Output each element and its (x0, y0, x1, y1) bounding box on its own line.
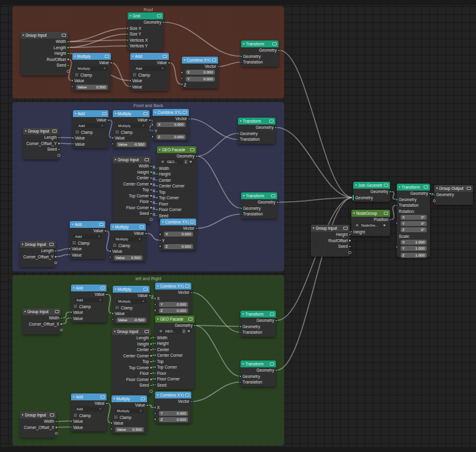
socket-output-value[interactable] (105, 293, 108, 296)
collapse-arrow-icon[interactable]: ▾ (355, 182, 357, 189)
node-tr_fb2[interactable]: ▾TransformGeometryGeometryTranslation (241, 192, 277, 219)
collapse-arrow-icon[interactable]: ▾ (22, 32, 24, 39)
socket-input-x[interactable] (154, 297, 157, 300)
socket-output-value[interactable] (148, 294, 151, 298)
socket-output-seed[interactable] (57, 148, 60, 151)
virtual-socket[interactable] (348, 251, 351, 254)
header-collapse-icon[interactable] (105, 55, 109, 59)
socket-output-corner-offset-y[interactable] (57, 142, 60, 145)
value-field[interactable]: Value0.500 (115, 427, 144, 432)
socket-output-geometry[interactable] (429, 192, 432, 195)
socket-input-x[interactable] (154, 406, 157, 409)
header-collapse-icon[interactable] (157, 14, 161, 18)
node-header[interactable]: ▾Group Input (112, 328, 151, 335)
socket-output-height[interactable] (67, 52, 70, 55)
socket-output-corner-offset-x[interactable] (60, 323, 63, 326)
node-gi_right[interactable]: ▾Group InputHeightRoofOffsetSeed (311, 225, 350, 257)
node-tr_lr1[interactable]: ▾TransformGeometryGeometryTranslation (240, 311, 276, 337)
node-header[interactable]: ▾Transform (238, 118, 275, 125)
node-gi_lr_top[interactable]: ▾Group InputWidthCorner_Offset_X (22, 308, 61, 334)
socket-input-y[interactable] (159, 239, 162, 242)
socket-input-value[interactable] (72, 136, 75, 139)
clamp-checkbox[interactable] (132, 72, 137, 77)
socket-output-center-corner[interactable] (150, 354, 153, 357)
node-header[interactable]: ▾Combine XYZ (182, 57, 218, 64)
header-collapse-icon[interactable] (272, 42, 277, 46)
collapse-arrow-icon[interactable]: ▾ (25, 128, 27, 134)
socket-input-y[interactable] (396, 222, 399, 225)
socket-output-height[interactable] (150, 171, 153, 174)
socket-input-value[interactable] (69, 253, 72, 257)
header-collapse-icon[interactable] (163, 55, 167, 59)
collapse-arrow-icon[interactable]: ▾ (22, 412, 24, 418)
socket-output-value[interactable] (107, 119, 110, 122)
socket-output-top[interactable] (150, 189, 153, 192)
collapse-arrow-icon[interactable]: ▾ (115, 110, 117, 117)
socket-input-geometry[interactable] (352, 194, 355, 201)
collapse-arrow-icon[interactable]: ▾ (162, 219, 164, 225)
value-field[interactable]: Z0° (401, 227, 427, 232)
virtual-socket[interactable] (57, 154, 60, 157)
node-header[interactable]: ▾Group Output (434, 185, 473, 192)
value-field[interactable]: Z0.000 (159, 417, 188, 422)
nodegroup-selector[interactable]: ▤NodeGro...◉ (355, 223, 387, 228)
nodegroup-name[interactable]: GEO... (164, 329, 181, 334)
value-field[interactable]: Z0.000 (164, 244, 193, 249)
node-mult_lr_bot[interactable]: ▾MultiplyValueMultiply∨ClampValueValue0.… (112, 395, 147, 433)
header-collapse-icon[interactable] (62, 34, 66, 37)
socket-output-position[interactable] (389, 219, 392, 222)
node-header[interactable]: ▾Add (71, 393, 107, 400)
virtual-socket[interactable] (60, 329, 63, 332)
socket-input-translation[interactable] (239, 381, 242, 384)
socket-input-value[interactable] (70, 311, 73, 314)
collapse-arrow-icon[interactable]: ▾ (74, 53, 76, 60)
socket-input-value[interactable] (112, 136, 115, 139)
fake-user-icon[interactable]: ◉ (187, 329, 191, 334)
collapse-arrow-icon[interactable]: ▾ (130, 12, 131, 19)
operation-select[interactable]: Multiply∨ (115, 408, 144, 413)
collapse-arrow-icon[interactable]: ▾ (157, 316, 159, 323)
value-field[interactable]: Y0.000 (186, 77, 215, 82)
socket-input-top-corner[interactable] (154, 365, 157, 369)
node-header[interactable]: ▾Group Input (22, 308, 61, 315)
socket-input-value[interactable] (109, 250, 112, 253)
fake-user-icon[interactable]: ◉ (383, 223, 387, 228)
node-header[interactable]: ▾Group Input (113, 156, 151, 163)
socket-output-value[interactable] (110, 62, 113, 65)
node-header[interactable]: ▾Add (71, 285, 107, 291)
socket-input-seed[interactable] (156, 214, 159, 217)
socket-input-geometry[interactable] (239, 325, 242, 328)
socket-input-geometry[interactable] (396, 198, 399, 201)
socket-output-value[interactable] (105, 402, 108, 405)
header-collapse-icon[interactable] (145, 330, 149, 334)
socket-input-vertices-y[interactable] (126, 45, 130, 48)
node-add_roof[interactable]: ▾AddValueAdd∨ClampValueValue (130, 53, 169, 91)
socket-output-geometry[interactable] (193, 324, 196, 327)
node-header[interactable]: ▾Transform (241, 192, 277, 199)
socket-input-translation[interactable] (237, 138, 240, 141)
collapse-arrow-icon[interactable]: ▾ (353, 210, 355, 217)
value-field[interactable]: X0.000 (186, 70, 215, 75)
fake-user-icon[interactable]: ◉ (189, 159, 193, 164)
socket-output-center-corner[interactable] (150, 182, 153, 186)
socket-input-geometry[interactable] (237, 132, 240, 135)
socket-output-vector[interactable] (190, 400, 193, 403)
header-collapse-icon[interactable] (185, 393, 189, 397)
socket-output-floor-corner[interactable] (150, 378, 153, 381)
collapse-arrow-icon[interactable]: ▾ (24, 308, 26, 315)
socket-input-value[interactable] (71, 85, 74, 88)
socket-input-value[interactable] (112, 318, 115, 321)
header-collapse-icon[interactable] (100, 286, 105, 290)
socket-input-size-x[interactable] (126, 27, 130, 30)
socket-input-value[interactable] (70, 317, 73, 320)
socket-input-z[interactable] (181, 83, 184, 86)
node-nodegroup[interactable]: ▾NodeGroupPosition▤NodeGro...◉Height (351, 210, 390, 236)
socket-output-floor[interactable] (150, 372, 153, 375)
value-field[interactable]: Value0.500 (114, 255, 143, 260)
socket-input-width[interactable] (156, 167, 159, 170)
socket-input-value[interactable] (71, 79, 74, 82)
header-collapse-icon[interactable] (343, 227, 348, 230)
socket-input-y[interactable] (154, 303, 157, 306)
node-header[interactable]: ▾Multiply (72, 53, 111, 60)
socket-output-vector[interactable] (217, 65, 220, 68)
